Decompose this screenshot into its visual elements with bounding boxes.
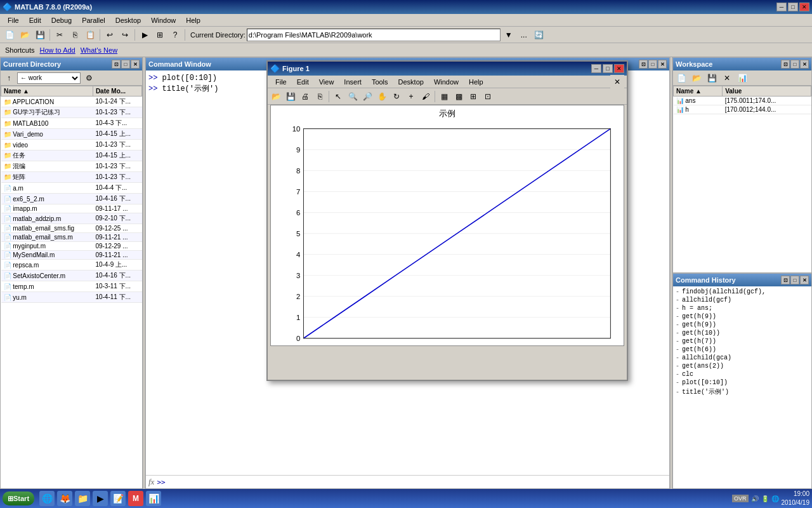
list-item[interactable]: 📁 混编10-1-23 下...: [1, 161, 142, 172]
redo-button[interactable]: ↪: [118, 28, 132, 42]
list-item[interactable]: -findobj(allchild(gcf),: [674, 288, 810, 296]
taskbar-media-icon[interactable]: ▶: [93, 491, 108, 506]
fig-legend-button[interactable]: ▦: [437, 90, 451, 104]
list-item[interactable]: -clc: [674, 370, 810, 378]
figure-menu-window[interactable]: Window: [429, 77, 464, 87]
list-item[interactable]: 📊 h[170.0012;144.0...: [674, 105, 811, 114]
figure-menu-view[interactable]: View: [314, 77, 339, 87]
directory-combo[interactable]: ← work: [17, 72, 81, 84]
menu-window[interactable]: Window: [146, 15, 181, 25]
ws-delete-button[interactable]: ✕: [720, 71, 734, 85]
figure-menu-edit[interactable]: Edit: [292, 77, 314, 87]
fig-brush-button[interactable]: 🖌: [419, 90, 433, 104]
figure-menu-desktop[interactable]: Desktop: [393, 77, 429, 87]
close-button[interactable]: ✕: [799, 3, 809, 11]
figure-maximize-button[interactable]: □: [603, 64, 613, 73]
copy-button[interactable]: ⎘: [68, 28, 82, 42]
fig-colorbar-button[interactable]: ▩: [452, 90, 466, 104]
simulink-button[interactable]: ⊞: [153, 28, 167, 42]
taskbar-notepad-icon[interactable]: 📝: [110, 491, 126, 506]
taskbar-powerpoint-icon[interactable]: 📊: [146, 491, 161, 506]
list-item[interactable]: -get(h(6)): [674, 345, 810, 354]
ws-open-button[interactable]: 📂: [690, 71, 704, 85]
minimize-button[interactable]: ─: [776, 3, 787, 11]
menu-edit[interactable]: Edit: [24, 15, 46, 25]
browse-button[interactable]: ▼: [502, 28, 516, 42]
current-directory-input[interactable]: [247, 29, 501, 41]
list-item[interactable]: -get(ans(2)): [674, 362, 810, 370]
ws-undock-button[interactable]: ⊡: [781, 60, 790, 69]
menu-debug[interactable]: Debug: [46, 15, 77, 25]
dir-settings-button[interactable]: ⚙: [82, 71, 96, 85]
list-item[interactable]: 📁 video10-1-23 下...: [1, 140, 142, 150]
list-item[interactable]: -title('示例'): [674, 387, 810, 397]
cw-close-button[interactable]: ✕: [658, 60, 667, 69]
cd-maximize-button[interactable]: □: [121, 60, 130, 69]
list-item[interactable]: 📄 matlab_email_sms.fig09-12-25 ...: [1, 224, 142, 233]
ws-graph-button[interactable]: 📊: [735, 71, 749, 85]
cd-undock-button[interactable]: ⊡: [112, 60, 121, 69]
list-item[interactable]: 📄 myginput.m09-12-29 ...: [1, 242, 142, 251]
list-item[interactable]: -h = ans;: [674, 304, 810, 312]
menu-parallel[interactable]: Parallel: [77, 15, 110, 25]
fig-datacursor-button[interactable]: +: [404, 90, 418, 104]
list-item[interactable]: -allchild(gcf): [674, 296, 810, 304]
new-file-button[interactable]: 📄: [3, 28, 16, 42]
list-item[interactable]: 📊 ans[175.0011;174.0...: [674, 97, 811, 105]
list-item[interactable]: 📁 矩阵10-1-23 下...: [1, 172, 142, 183]
list-item[interactable]: 📄 repsca.m10-4-9 上...: [1, 260, 142, 271]
taskbar-matlab-icon[interactable]: M: [128, 491, 143, 506]
list-item[interactable]: 📄 matlab_addzip.m09-2-10 下...: [1, 213, 142, 224]
figure-menu-tools[interactable]: Tools: [367, 77, 393, 87]
taskbar-folder-icon[interactable]: 📁: [75, 491, 90, 506]
figure-minimize-button[interactable]: ─: [591, 64, 601, 73]
list-item[interactable]: 📄 temp.m10-3-11 下...: [1, 281, 142, 292]
cw-undock-button[interactable]: ⊡: [639, 60, 648, 69]
fig-axes-button[interactable]: ⊡: [481, 90, 495, 104]
list-item[interactable]: 📄 a.m10-4-4 下...: [1, 183, 142, 194]
fig-zoom-in-button[interactable]: 🔍: [346, 90, 360, 104]
cut-button[interactable]: ✂: [53, 28, 67, 42]
list-item[interactable]: 📄 matlab_email_sms.m09-11-21 ...: [1, 233, 142, 242]
run-button[interactable]: ▶: [138, 28, 152, 42]
menu-desktop[interactable]: Desktop: [110, 15, 146, 25]
list-item[interactable]: -get(h(9)): [674, 312, 810, 321]
list-item[interactable]: 📄 yu.m10-4-11 下...: [1, 292, 142, 303]
ws-close-button[interactable]: ✕: [800, 60, 809, 69]
fig-print-button[interactable]: 🖨: [298, 90, 312, 104]
list-item[interactable]: 📁 MATLAB10010-4-3 下...: [1, 118, 142, 129]
list-item[interactable]: -allchild(gca): [674, 354, 810, 362]
list-item[interactable]: 📁 GU学习手记练习10-1-23 下...: [1, 107, 142, 118]
figure-menu-file[interactable]: File: [270, 77, 292, 87]
menu-help[interactable]: Help: [181, 15, 206, 25]
paste-button[interactable]: 📋: [83, 28, 97, 42]
figure-close-button[interactable]: ✕: [614, 64, 624, 73]
fig-pointer-button[interactable]: ↖: [331, 90, 345, 104]
menu-file[interactable]: File: [3, 15, 24, 25]
list-item[interactable]: 📁 任务10-4-15 上...: [1, 150, 142, 161]
fig-rotate-button[interactable]: ↻: [390, 90, 403, 104]
list-item[interactable]: 📄 imapp.m09-11-17 ...: [1, 204, 142, 213]
fig-copy-button[interactable]: ⎘: [313, 90, 327, 104]
list-item[interactable]: 📄 ex6_5_2.m10-4-16 下...: [1, 194, 142, 204]
ws-maximize-button[interactable]: □: [790, 60, 799, 69]
taskbar-ie-icon[interactable]: 🌐: [39, 491, 55, 506]
list-item[interactable]: -get(h(7)): [674, 337, 810, 345]
figure-menu-insert[interactable]: Insert: [339, 77, 367, 87]
list-item[interactable]: -get(h(9)): [674, 321, 810, 329]
list-item[interactable]: 📁 Vari_demo10-4-15 上...: [1, 129, 142, 140]
ws-new-button[interactable]: 📄: [674, 71, 688, 85]
figure-help-close[interactable]: ✕: [610, 75, 624, 89]
ch-undock-button[interactable]: ⊡: [781, 276, 790, 284]
open-button[interactable]: 📂: [18, 28, 32, 42]
save-button[interactable]: 💾: [33, 28, 47, 42]
list-item[interactable]: 📄 SetAxistoCenter.m10-4-16 下...: [1, 271, 142, 281]
fig-pan-button[interactable]: ✋: [375, 90, 389, 104]
list-item[interactable]: -plot([0:10]): [674, 378, 810, 387]
maximize-button[interactable]: □: [788, 3, 798, 11]
cw-maximize-button[interactable]: □: [648, 60, 657, 69]
list-item[interactable]: -get(h(10)): [674, 329, 810, 337]
dir-up-button[interactable]: ↑: [2, 71, 16, 85]
list-item[interactable]: 📄 MySendMail.m09-11-21 ...: [1, 251, 142, 260]
fig-open-button[interactable]: 📂: [269, 90, 283, 104]
